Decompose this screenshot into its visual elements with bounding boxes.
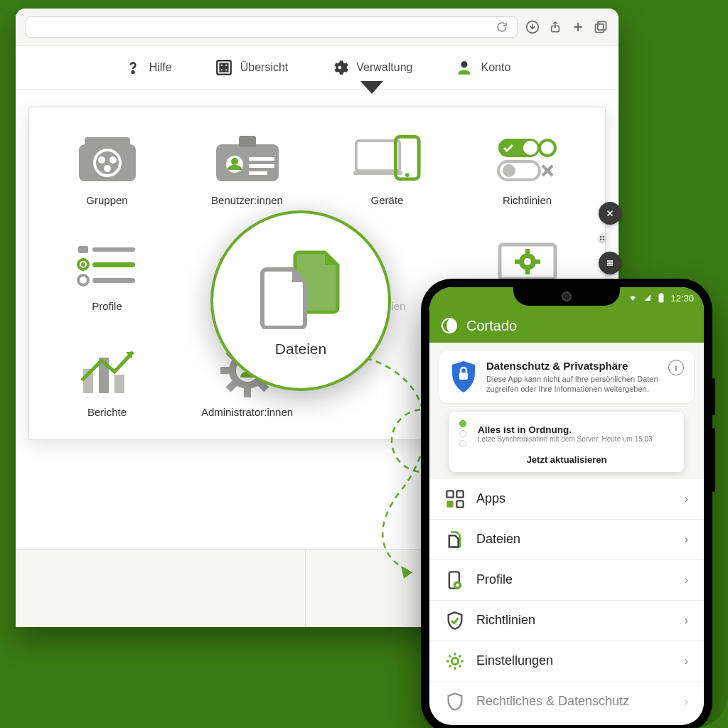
tile-devices[interactable]: Geräte <box>328 132 446 206</box>
nav-account[interactable]: Konto <box>455 58 510 77</box>
svg-rect-85 <box>446 500 453 507</box>
chevron-right-icon: › <box>685 614 688 627</box>
privacy-desc: Diese App kann nicht auf Ihre persönlich… <box>486 374 660 395</box>
svg-rect-76 <box>603 239 604 240</box>
files-icon <box>445 530 465 550</box>
svg-rect-39 <box>92 262 135 267</box>
url-bar[interactable] <box>26 16 518 38</box>
svg-rect-2 <box>598 21 606 30</box>
status-title: Alles ist in Ordnung. <box>478 424 674 435</box>
browser-chrome-bar <box>16 9 619 46</box>
info-icon[interactable]: i <box>668 360 684 375</box>
nav-administration[interactable]: Verwaltung <box>331 58 412 77</box>
menu-apps[interactable]: Apps › <box>429 479 704 519</box>
nav-overview[interactable]: Übersicht <box>215 58 289 77</box>
tile-label: Geräte <box>371 194 404 206</box>
svg-rect-23 <box>249 157 274 161</box>
svg-point-29 <box>405 173 409 177</box>
status-subtitle: Letze Synchronisation mit dem Server: He… <box>478 435 674 443</box>
svg-rect-56 <box>515 259 520 264</box>
grid-panel-button[interactable] <box>599 235 606 242</box>
svg-rect-25 <box>249 171 267 175</box>
svg-rect-64 <box>244 387 251 397</box>
app-title: Cortado <box>466 318 517 334</box>
svg-rect-75 <box>600 239 601 240</box>
help-icon <box>124 58 142 77</box>
svg-point-32 <box>540 140 555 156</box>
svg-point-22 <box>231 158 238 165</box>
svg-point-34 <box>503 164 515 177</box>
refresh-now-button[interactable]: Jetzt aktualisieren <box>459 454 674 465</box>
tile-groups[interactable]: Gruppen <box>48 132 166 206</box>
reload-icon[interactable] <box>494 19 510 35</box>
legal-icon <box>445 692 465 712</box>
svg-rect-65 <box>220 367 230 374</box>
close-panel-button[interactable] <box>599 202 621 225</box>
nav-label: Übersicht <box>240 61 289 74</box>
menu-list: Apps › Dateien › Profile › Richtlinien ›… <box>429 479 704 722</box>
apps-icon <box>445 489 465 509</box>
menu-label: Einstellungen <box>476 653 673 668</box>
svg-point-18 <box>104 165 111 172</box>
svg-rect-9 <box>225 68 228 71</box>
phone-device: 12:30 Cortado Datenschutz & Privatsphäre… <box>421 279 712 728</box>
svg-point-38 <box>81 262 85 267</box>
groups-icon <box>73 132 141 186</box>
menu-label: Apps <box>476 491 673 506</box>
svg-point-16 <box>98 156 105 164</box>
privacy-title: Datenschutz & Privatsphäre <box>486 360 660 372</box>
nav-label: Konto <box>481 61 510 74</box>
privacy-shield-icon <box>449 360 478 394</box>
svg-point-90 <box>451 658 458 664</box>
chevron-right-icon: › <box>685 574 688 587</box>
menu-profiles[interactable]: Profile › <box>429 560 704 600</box>
menu-policies[interactable]: Richtlinien › <box>429 600 704 641</box>
list-panel-button[interactable] <box>599 252 621 274</box>
svg-rect-8 <box>220 68 223 71</box>
svg-point-89 <box>456 583 459 587</box>
svg-rect-83 <box>446 491 453 497</box>
tile-policies[interactable]: Richtlinien <box>468 132 587 206</box>
tabs-icon[interactable] <box>593 19 609 35</box>
svg-rect-55 <box>525 269 530 274</box>
gear-icon <box>445 651 465 671</box>
devices-icon <box>353 132 422 186</box>
svg-point-12 <box>461 61 468 68</box>
svg-rect-36 <box>92 247 135 252</box>
tile-profiles[interactable]: Profile <box>48 237 166 312</box>
grid-icon <box>215 58 233 77</box>
download-icon[interactable] <box>525 19 540 35</box>
menu-settings[interactable]: Einstellungen › <box>429 641 704 681</box>
svg-rect-79 <box>659 294 664 303</box>
svg-rect-60 <box>114 375 124 393</box>
sync-status-card: Alles ist in Ordnung. Letze Synchronisat… <box>449 412 684 472</box>
menu-files[interactable]: Dateien › <box>429 519 704 560</box>
chevron-right-icon: › <box>685 655 688 668</box>
magnifier-label: Dateien <box>275 341 326 358</box>
nav-label: Hilfe <box>149 61 172 74</box>
svg-rect-24 <box>249 164 274 168</box>
panel-action-dots <box>599 202 621 274</box>
plus-icon[interactable] <box>570 19 586 35</box>
svg-rect-41 <box>92 278 135 283</box>
phone-notch <box>513 287 620 306</box>
svg-point-17 <box>109 156 117 164</box>
tile-reports[interactable]: Berichte <box>48 343 166 418</box>
tile-users[interactable]: Benutzer:innen <box>188 132 306 206</box>
app-logo-icon <box>441 317 458 334</box>
svg-rect-84 <box>456 491 463 497</box>
svg-rect-73 <box>600 236 601 237</box>
svg-rect-19 <box>216 144 279 181</box>
tile-label: Richtlinien <box>503 194 552 206</box>
nav-help[interactable]: Hilfe <box>124 58 172 77</box>
svg-point-31 <box>523 141 537 155</box>
share-icon[interactable] <box>547 19 563 35</box>
menu-legal[interactable]: Rechtliches & Datenschutz › <box>429 681 704 722</box>
svg-rect-86 <box>456 500 463 507</box>
traffic-light-icon <box>459 420 469 447</box>
svg-rect-6 <box>220 63 223 66</box>
chevron-right-icon: › <box>685 533 688 546</box>
svg-rect-74 <box>603 236 604 237</box>
privacy-card: Datenschutz & Privatsphäre Diese App kan… <box>439 351 694 403</box>
wifi-icon <box>628 294 638 302</box>
